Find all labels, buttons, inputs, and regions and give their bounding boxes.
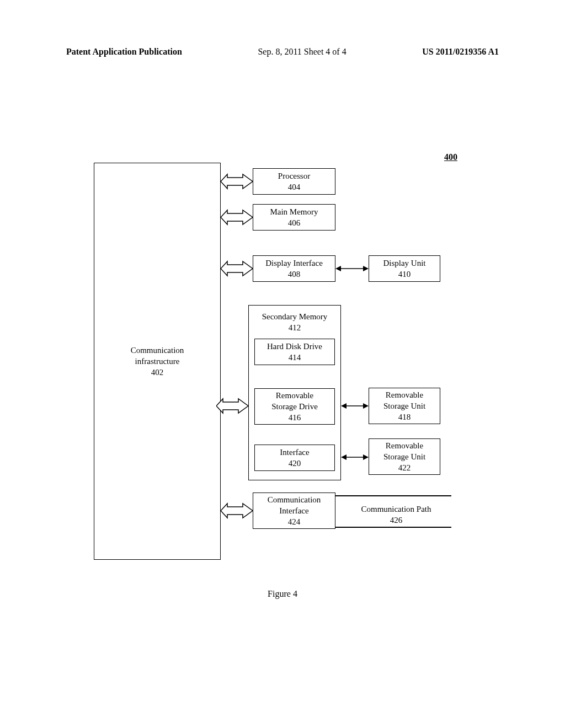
removable-drive-l2: Storage Drive: [271, 401, 318, 412]
comm-path-label-wrap: Communication Path 426: [352, 504, 440, 526]
comm-path-ref: 426: [352, 515, 440, 526]
comm-path-line-bottom: [335, 527, 451, 528]
comm-path-label: Communication Path: [352, 504, 440, 515]
comm-interface-block: Communication Interface 424: [253, 493, 335, 529]
bi-arrow-removable-422: [341, 453, 369, 462]
interface-block: Interface 420: [254, 445, 335, 471]
bus-arrow-display-interface: [221, 260, 254, 277]
display-unit-label: Display Unit: [383, 258, 425, 269]
processor-ref: 404: [288, 181, 301, 192]
svg-marker-6: [335, 266, 341, 271]
hard-disk-ref: 414: [289, 352, 301, 363]
interface-label: Interface: [280, 447, 309, 458]
bi-arrow-display: [335, 264, 369, 273]
comm-path-line-top: [335, 495, 451, 496]
hard-disk-label: Hard Disk Drive: [267, 341, 322, 352]
processor-block: Processor 404: [253, 168, 335, 195]
display-interface-block: Display Interface 408: [253, 255, 335, 282]
secondary-memory-ref: 412: [249, 322, 340, 333]
svg-marker-2: [221, 261, 253, 276]
secondary-memory-container: Secondary Memory 412 Hard Disk Drive 414…: [248, 305, 341, 480]
svg-marker-7: [363, 266, 369, 271]
secondary-memory-title: Secondary Memory 412: [249, 311, 340, 334]
figure-ref-number: 400: [444, 152, 457, 162]
figure-caption: Figure 4: [0, 589, 565, 599]
bi-arrow-removable-418: [341, 402, 369, 410]
removable-unit-418-l1: Removable: [386, 389, 423, 400]
bus-label-1: Communication: [131, 345, 184, 356]
removable-unit-422-block: Removable Storage Unit 422: [369, 438, 440, 475]
svg-marker-9: [341, 403, 347, 409]
display-interface-ref: 408: [288, 269, 301, 280]
svg-marker-4: [221, 504, 253, 518]
processor-label: Processor: [278, 170, 310, 181]
main-memory-ref: 406: [288, 217, 301, 228]
secondary-memory-label: Secondary Memory: [249, 311, 340, 322]
removable-drive-l1: Removable: [276, 390, 313, 401]
svg-marker-12: [341, 454, 347, 460]
main-memory-label: Main Memory: [270, 206, 318, 217]
svg-marker-1: [221, 210, 253, 224]
removable-unit-422-l2: Storage Unit: [383, 451, 425, 462]
bus-label-2: infrastructure: [135, 356, 180, 367]
removable-unit-418-l2: Storage Unit: [383, 400, 425, 411]
comm-interface-l2: Interface: [279, 505, 308, 516]
bus-arrow-secondary-memory: [216, 398, 249, 414]
display-unit-block: Display Unit 410: [369, 255, 440, 282]
svg-marker-3: [216, 399, 248, 413]
display-interface-label: Display Interface: [265, 258, 323, 269]
hard-disk-block: Hard Disk Drive 414: [254, 339, 335, 365]
header-right: US 2011/0219356 A1: [422, 47, 499, 57]
svg-marker-13: [363, 454, 369, 460]
display-unit-ref: 410: [398, 269, 411, 280]
bus-box: Communication infrastructure 402: [94, 163, 221, 560]
interface-ref: 420: [289, 458, 301, 469]
removable-unit-422-l1: Removable: [386, 440, 423, 451]
header-left: Patent Application Publication: [66, 47, 182, 57]
main-memory-block: Main Memory 406: [253, 204, 335, 231]
svg-marker-0: [221, 174, 253, 189]
bus-arrow-comm-interface: [221, 502, 254, 519]
comm-interface-l1: Communication: [268, 494, 321, 505]
comm-interface-ref: 424: [288, 516, 301, 527]
bus-arrow-main-memory: [221, 209, 254, 226]
removable-drive-ref: 416: [289, 412, 301, 423]
page-header: Patent Application Publication Sep. 8, 2…: [66, 47, 499, 57]
diagram: Communication infrastructure 402 Process…: [94, 163, 458, 560]
removable-unit-418-ref: 418: [398, 411, 411, 422]
svg-marker-10: [363, 403, 369, 409]
removable-unit-418-block: Removable Storage Unit 418: [369, 388, 440, 424]
bus-ref: 402: [151, 367, 164, 378]
bus-arrow-processor: [221, 173, 254, 190]
header-center: Sep. 8, 2011 Sheet 4 of 4: [258, 47, 346, 57]
removable-drive-block: Removable Storage Drive 416: [254, 388, 335, 425]
removable-unit-422-ref: 422: [398, 462, 411, 473]
